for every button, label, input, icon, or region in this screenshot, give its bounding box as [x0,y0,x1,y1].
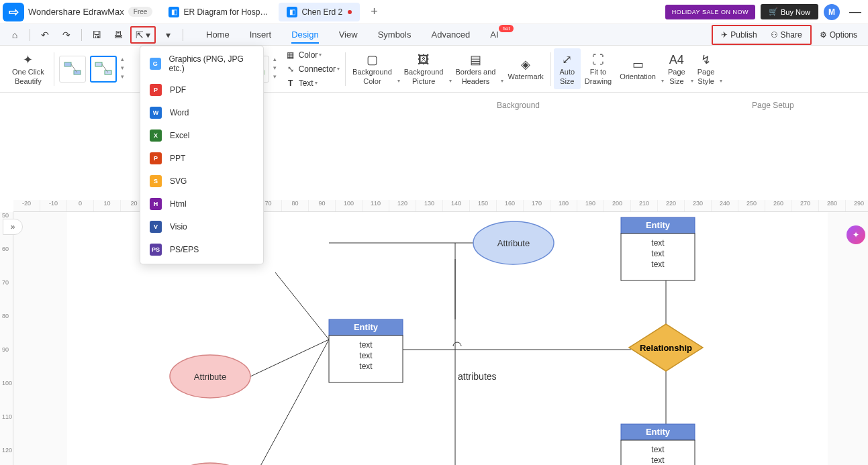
watermark-button[interactable]: ◈Watermark [503,48,547,89]
theme-up[interactable]: ▴ [121,56,124,64]
buy-now-button[interactable]: 🛒Buy Now [761,4,818,19]
orientation-button[interactable]: ▭Orientation [616,48,660,89]
tab-er-diagram[interactable]: ◧ ER Diagram for Hosp… [160,3,276,21]
svg-text:Entity: Entity [646,427,671,437]
publish-share-group: ✈Publish ⚇Share [712,25,811,45]
export-item-pdf[interactable]: PPDF [140,79,263,101]
page-style-icon: ↯ [698,52,714,68]
theme-down[interactable]: ▾ [121,64,124,73]
svg-text:Attribute: Attribute [497,238,530,248]
svg-text:Relationship: Relationship [640,343,692,353]
menu-tab-home[interactable]: Home [197,26,239,43]
holiday-sale-button[interactable]: HOLIDAY SALE ON NOW [665,5,755,19]
export-item-pseps[interactable]: PSPS/EPS [140,238,263,261]
color-picker[interactable]: ▦Color▾ [283,48,342,62]
connector-icon: ⤡ [285,64,296,74]
ribbon-group-background: Background [497,101,540,110]
share-icon: ⚇ [771,30,778,40]
file-type-icon: P [150,152,162,164]
menu-tab-insert[interactable]: Insert [240,26,281,43]
connector-picker[interactable]: ⤡Connector▾ [283,62,342,76]
auto-size-button[interactable]: ⤢Auto Size [554,48,581,89]
new-tab-button[interactable]: + [363,1,386,23]
svg-rect-0 [64,62,71,66]
svg-line-15 [275,272,329,340]
page-size-button[interactable]: A4Page Size [664,48,689,89]
bg-pic-icon: 🖼 [416,52,432,68]
svg-text:text: text [651,445,665,454]
menu-tab-ai[interactable]: AIhot [481,26,508,43]
bg-color-icon: ▢ [364,52,380,68]
menu-tab-symbols[interactable]: Symbols [369,26,421,43]
tab-label: Chen Erd 2 [301,7,342,17]
file-type-icon: G [150,58,161,70]
style-up[interactable]: ▴ [273,56,277,64]
export-item-ppt[interactable]: PPPT [140,147,263,170]
borders-headers-button[interactable]: ▤Borders and Headers [452,48,500,89]
hot-badge: hot [499,25,513,32]
bg-color-button[interactable]: ▢Background Color [348,48,396,89]
minimize-button[interactable]: — [845,2,865,22]
home-icon[interactable]: ⌂ [5,26,24,44]
tab-label: ER Diagram for Hosp… [183,7,268,17]
export-item-excel[interactable]: XExcel [140,124,263,147]
canvas-margin-right [828,212,868,465]
gear-icon: ⚙ [820,30,827,40]
tab-chen-erd[interactable]: ◧ Chen Erd 2 [279,3,360,21]
right-panel-toggle[interactable]: ✦ [847,225,865,244]
export-item-html[interactable]: HHtml [140,193,263,215]
save-button[interactable]: 🖫 [87,26,106,44]
fit-drawing-button[interactable]: ⛶Fit to Drawing [581,48,616,89]
left-panel-toggle[interactable]: » [3,219,23,235]
svg-line-12 [250,340,329,376]
style-more[interactable]: ▾ [273,73,277,82]
file-type-icon: P [150,84,162,96]
export-item-graphics[interactable]: GGraphics (PNG, JPG etc.) [140,49,263,79]
export-button[interactable]: ⇱ ▾ [130,26,156,44]
avatar[interactable]: M [824,4,840,20]
svg-text:text: text [651,260,665,269]
svg-text:Attribute: Attribute [194,372,226,382]
menu-tab-view[interactable]: View [330,26,367,43]
export-menu: GGraphics (PNG, JPG etc.)PPDFWWordXExcel… [140,46,264,264]
diagram-canvas[interactable]: EntitytexttexttextEntitytexttexttextEnti… [13,212,826,465]
export-item-svg[interactable]: SSVG [140,170,263,193]
doc-icon: ◧ [168,7,179,17]
file-type-icon: S [150,175,162,187]
svg-text:Entity: Entity [354,322,379,332]
free-tag: Free [128,7,153,17]
undo-button[interactable]: ↶ [36,26,54,44]
cart-icon: 🛒 [769,7,778,16]
ribbon-group-page-setup: Page Setup [752,101,794,110]
menu-tab-design[interactable]: Design [282,26,328,43]
export-item-visio[interactable]: VVisio [140,215,263,238]
page-style-button[interactable]: ↯Page Style [693,48,719,89]
svg-text:text: text [359,362,373,371]
publish-button[interactable]: ✈Publish [714,28,763,42]
file-type-icon: V [150,221,162,233]
app-logo: ⇨ [3,3,24,21]
file-type-icon: H [150,198,162,210]
bg-picture-button[interactable]: 🖼Background Picture [400,48,448,89]
file-type-icon: W [150,107,162,119]
export-item-word[interactable]: WWord [140,101,263,124]
menu-tab-advanced[interactable]: Advanced [422,26,479,43]
modified-dot [348,10,352,14]
share-button[interactable]: ⚇Share [764,28,809,42]
redo-button[interactable]: ↷ [57,26,76,44]
dropdown-button[interactable]: ▾ [158,26,177,44]
svg-text:attributes: attributes [458,371,497,382]
print-button[interactable]: 🖶 [109,26,128,44]
orientation-icon: ▭ [630,56,646,72]
theme-more[interactable]: ▾ [121,73,124,82]
theme-preset-1[interactable] [59,56,86,83]
text-picker[interactable]: TText▾ [283,76,342,90]
color-icon: ▦ [285,50,296,60]
file-type-icon: X [150,130,162,142]
theme-preset-2[interactable] [90,56,117,83]
options-button[interactable]: ⚙Options [814,28,863,42]
app-name: Wondershare EdrawMax [28,7,124,17]
autosize-icon: ⤢ [559,52,575,68]
one-click-beautify[interactable]: ✦ One Click Beautify [5,49,51,88]
style-down[interactable]: ▾ [273,64,277,73]
